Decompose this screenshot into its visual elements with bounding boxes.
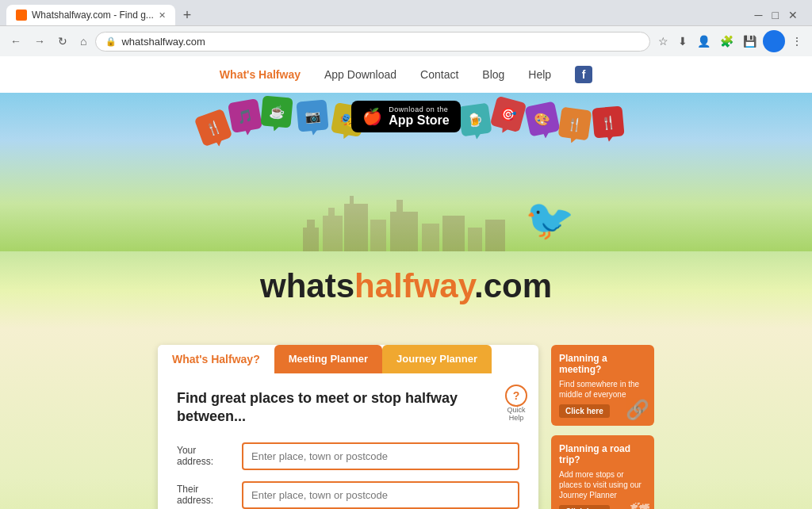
city-skyline [287, 188, 525, 251]
tab-favicon [16, 10, 27, 21]
quick-help-label: QuickHelp [507, 407, 525, 423]
close-button[interactable]: ✕ [785, 6, 801, 25]
your-address-row: Your address: [177, 442, 519, 470]
road-trip-card-title: Planning a road trip? [559, 443, 646, 466]
tab-journey-planner[interactable]: Journey Planner [382, 345, 492, 373]
svg-rect-1 [307, 220, 315, 232]
site-logo: whatshalfway.com [0, 267, 812, 305]
apple-icon: 🍎 [362, 109, 382, 124]
road-trip-route-icon: 🗺 [630, 499, 649, 509]
page-content: What's Halfway App Download Contact Blog… [0, 56, 812, 509]
svg-rect-6 [370, 220, 386, 251]
meeting-card: Planning a meeting? Find somewhere in th… [551, 345, 654, 426]
tab-panel: What's Halfway? Meeting Planner Journey … [158, 345, 538, 509]
quick-help-circle: ? [505, 385, 527, 407]
quick-help-symbol: ? [513, 389, 520, 402]
svg-rect-7 [390, 212, 418, 251]
road-trip-card: Planning a road trip? Add more stops or … [551, 435, 654, 509]
hero-icon-photo: 📷 [296, 99, 328, 132]
your-address-label: Your address: [177, 445, 232, 468]
new-tab-button[interactable]: + [178, 7, 197, 24]
svg-rect-12 [485, 220, 505, 251]
account-icon[interactable]: 👤 [694, 32, 714, 51]
nav-whats-halfway[interactable]: What's Halfway [220, 68, 301, 81]
road-trip-card-text: Add more stops or places to visit using … [559, 469, 646, 500]
logo-halfway: halfway [354, 267, 474, 304]
minimize-button[interactable]: ─ [752, 6, 766, 25]
bird-character: 🐦 [525, 200, 574, 239]
tab-title: Whatshalfway.com - Find g... [32, 10, 154, 21]
browser-titlebar: Whatshalfway.com - Find g... ✕ + ─ □ ✕ [0, 0, 812, 25]
form-heading: Find great places to meet or stop halfwa… [177, 389, 519, 427]
svg-rect-2 [323, 216, 343, 251]
svg-rect-5 [350, 196, 354, 208]
url-text: whatshalfway.com [121, 36, 640, 48]
svg-rect-8 [396, 200, 403, 216]
nav-contact[interactable]: Contact [420, 68, 458, 81]
forward-button[interactable]: → [30, 33, 49, 49]
meeting-network-icon: 🔗 [626, 399, 649, 421]
tab-close-icon[interactable]: ✕ [159, 10, 166, 21]
hero-icon-game: 🎯 [490, 96, 527, 133]
home-button[interactable]: ⌂ [76, 33, 90, 49]
back-button[interactable]: ← [6, 33, 25, 49]
facebook-icon[interactable]: f [575, 66, 592, 83]
bookmark-star-icon[interactable]: ☆ [655, 32, 672, 51]
app-store-button[interactable]: 🍎 Download on the App Store [351, 101, 460, 132]
svg-rect-10 [442, 216, 465, 251]
profile-button[interactable] [763, 30, 785, 52]
extensions-icon[interactable]: 🧩 [717, 32, 737, 51]
tab-whats-halfway[interactable]: What's Halfway? [158, 345, 274, 373]
content-wrapper: What's Halfway? Meeting Planner Journey … [81, 345, 731, 509]
nav-blog[interactable]: Blog [482, 68, 504, 81]
toolbar-icons: ☆ ⬇ 👤 🧩 💾 ⋮ [655, 30, 806, 52]
browser-toolbar: ← → ↻ ⌂ 🔒 whatshalfway.com ☆ ⬇ 👤 🧩 💾 ⋮ [0, 25, 812, 56]
side-cards: Planning a meeting? Find somewhere in th… [551, 345, 654, 509]
hero-section: 🍎 Download on the App Store 🍴 🎵 ☕ 📷 🎭 🍺 … [0, 93, 812, 251]
store-name-label: App Store [389, 113, 449, 128]
svg-rect-9 [422, 224, 439, 251]
svg-rect-4 [344, 204, 368, 251]
logo-whats: whats [260, 267, 354, 304]
site-nav: What's Halfway App Download Contact Blog… [0, 56, 812, 93]
meeting-card-title: Planning a meeting? [559, 353, 646, 376]
logo-dotcom: .com [474, 267, 552, 304]
their-address-label: Their address: [177, 484, 232, 507]
refresh-button[interactable]: ↻ [54, 33, 71, 49]
hero-icon-food: 🍴 [194, 109, 233, 147]
meeting-card-btn[interactable]: Click here [559, 404, 610, 418]
hero-icon-music: 🎵 [228, 98, 262, 133]
address-bar[interactable]: 🔒 whatshalfway.com [95, 32, 650, 52]
tabs: What's Halfway? Meeting Planner Journey … [158, 345, 538, 373]
maximize-button[interactable]: □ [769, 6, 782, 25]
hero-icon-red: 🍴 [592, 105, 624, 138]
nav-app-download[interactable]: App Download [324, 68, 396, 81]
tab-meeting-planner[interactable]: Meeting Planner [274, 345, 382, 373]
hero-icon-purple: 🎨 [524, 101, 560, 136]
menu-icon[interactable]: ⋮ [788, 32, 806, 51]
hero-icon-drinks: 🍺 [458, 103, 492, 137]
save-page-icon[interactable]: 💾 [740, 32, 760, 51]
app-store-text: Download on the App Store [389, 105, 449, 128]
their-address-input[interactable] [242, 481, 519, 509]
browser-chrome: Whatshalfway.com - Find g... ✕ + ─ □ ✕ ←… [0, 0, 812, 56]
nav-help[interactable]: Help [528, 68, 551, 81]
svg-rect-11 [468, 228, 482, 251]
browser-tab[interactable]: Whatshalfway.com - Find g... ✕ [6, 5, 175, 25]
download-icon[interactable]: ⬇ [675, 32, 691, 51]
svg-rect-3 [328, 208, 335, 220]
their-address-row: Their address: [177, 481, 519, 509]
hero-icon-orange: 🍴 [558, 107, 592, 141]
download-on-label: Download on the [389, 105, 449, 113]
quick-help-button[interactable]: ? QuickHelp [505, 385, 527, 423]
hero-icon-coffee: ☕ [260, 95, 293, 128]
site-logo-section: whatshalfway.com [0, 251, 812, 329]
your-address-input[interactable] [242, 442, 519, 470]
meeting-card-text: Find somewhere in the middle of everyone [559, 379, 646, 400]
road-trip-card-btn[interactable]: Click here [559, 505, 610, 509]
main-content: What's Halfway? Meeting Planner Journey … [0, 329, 812, 509]
tab-content: ? QuickHelp Find great places to meet or… [158, 373, 538, 509]
